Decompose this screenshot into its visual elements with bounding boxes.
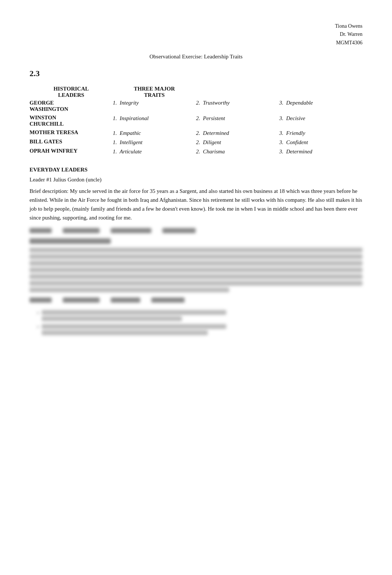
trait2-3: 2. Diligent — [196, 139, 279, 146]
blurred-traits-2 — [30, 297, 362, 303]
trait2-2: 2. Determined — [196, 129, 279, 137]
leaders-table: HISTORICAL LEADERS THREE MAJOR TRAITS GE… — [30, 85, 362, 156]
leader-row-0: GEORGE WASHINGTON1. Integrity2. Trustwor… — [30, 99, 362, 113]
leader-name-1: WINSTON CHURCHILL — [30, 115, 113, 128]
leader-name-3: BILL GATES — [30, 139, 113, 146]
leader-row-1: WINSTON CHURCHILL1. Inspirational2. Pers… — [30, 115, 362, 128]
col-leaders-header: HISTORICAL LEADERS — [30, 85, 113, 99]
leader1-label: Leader #1 Julius Gordon (uncle) — [30, 177, 362, 183]
trait2-0: 2. Trustworthy — [196, 99, 279, 113]
leader-name-4: OPRAH WINFREY — [30, 148, 113, 156]
trait3-2: 3. Friendly — [279, 129, 363, 137]
trait1-2: 1. Empathic — [113, 129, 196, 137]
blurred-desc2 — [30, 248, 362, 292]
trait3-0: 3. Dependable — [279, 99, 363, 113]
everyday-section: EVERYDAY LEADERS Leader #1 Julius Gordon… — [30, 167, 362, 335]
trait3-3: 3. Confident — [279, 139, 363, 146]
blurred-bullets: • • — [30, 310, 362, 335]
trait2-1: 2. Persistent — [196, 115, 279, 128]
section-number: 2.3 — [30, 69, 362, 78]
author-name: Tiona Owens — [30, 22, 362, 30]
trait1-3: 1. Intelligent — [113, 139, 196, 146]
trait1-4: 1. Articulate — [113, 148, 196, 156]
doc-title: Observational Exercise: Leadership Trait… — [30, 54, 362, 60]
leader-row-4: OPRAH WINFREY1. Articulate2. Charisma3. … — [30, 148, 362, 156]
header-info: Tiona Owens Dr. Warren MGMT4306 — [30, 22, 362, 47]
col-traits-header: THREE MAJOR TRAITS — [113, 85, 196, 99]
course: MGMT4306 — [30, 39, 362, 47]
trait1-0: 1. Integrity — [113, 99, 196, 113]
leader-row-2: MOTHER TERESA1. Empathic2. Determined3. … — [30, 129, 362, 137]
trait3-4: 3. Determined — [279, 148, 363, 156]
leader-name-0: GEORGE WASHINGTON — [30, 99, 113, 113]
trait2-4: 2. Charisma — [196, 148, 279, 156]
blurred-traits-1 — [30, 228, 362, 233]
everyday-leaders-title: EVERYDAY LEADERS — [30, 167, 362, 173]
blurred-leader2-label — [30, 238, 362, 244]
trait3-1: 3. Decisive — [279, 115, 363, 128]
leader-row-3: BILL GATES1. Intelligent2. Diligent3. Co… — [30, 139, 362, 146]
trait1-1: 1. Inspirational — [113, 115, 196, 128]
professor: Dr. Warren — [30, 30, 362, 38]
leader1-description: Brief description: My uncle served in th… — [30, 187, 362, 222]
leader-name-2: MOTHER TERESA — [30, 129, 113, 137]
